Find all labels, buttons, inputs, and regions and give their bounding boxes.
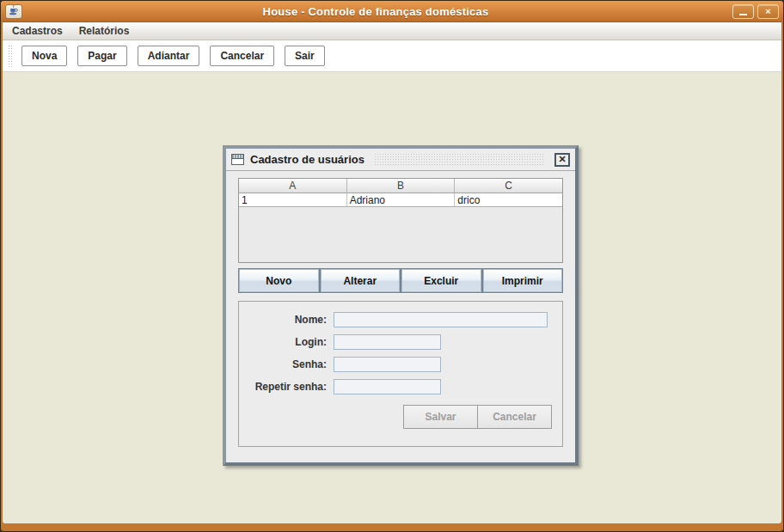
minimize-button[interactable]	[732, 4, 754, 19]
application-window: House - Controle de finanças domésticas …	[0, 0, 784, 532]
close-button[interactable]: ×	[757, 4, 779, 19]
window-title: House - Controle de finanças domésticas	[22, 5, 729, 18]
toolbar-sair-button[interactable]: Sair	[285, 46, 325, 66]
column-header-b[interactable]: B	[347, 179, 456, 193]
alterar-button[interactable]: Alterar	[321, 269, 401, 292]
toolbar: Nova Pagar Adiantar Cancelar Sair	[3, 40, 781, 72]
users-table-header: A B C	[239, 179, 562, 193]
window-menu-button[interactable]	[5, 4, 22, 19]
user-form-panel: Nome: Login: Senha: Repetir senha: Salva…	[238, 301, 563, 447]
dialog-titlebar[interactable]: Cadastro de usuários ✕	[226, 149, 575, 171]
dialog-close-button[interactable]: ✕	[554, 153, 570, 167]
close-icon: ×	[765, 7, 770, 16]
dialog-content: A B C 1 Adriano drico Novo Alterar Exclu…	[226, 171, 575, 462]
dialog-title: Cadastro de usuários	[250, 153, 364, 166]
menu-bar: Cadastros Relatórios	[3, 21, 781, 40]
menu-cadastros[interactable]: Cadastros	[12, 25, 63, 37]
toolbar-adiantar-button[interactable]: Adiantar	[138, 46, 200, 66]
form-button-bar: Salvar Cancelar	[403, 405, 552, 429]
toolbar-cancelar-button[interactable]: Cancelar	[210, 46, 274, 66]
toolbar-nova-button[interactable]: Nova	[21, 46, 67, 66]
form-row-repetir-senha: Repetir senha:	[239, 379, 552, 394]
imprimir-button[interactable]: Imprimir	[483, 269, 563, 292]
senha-field[interactable]	[334, 357, 441, 372]
cell-nome: Adriano	[347, 193, 456, 206]
column-header-a[interactable]: A	[239, 179, 347, 193]
excluir-button[interactable]: Excluir	[401, 269, 481, 292]
cancelar-button[interactable]: Cancelar	[477, 405, 552, 429]
action-button-bar: Novo Alterar Excluir Imprimir	[238, 268, 563, 293]
cell-login: drico	[455, 193, 562, 206]
cell-id: 1	[239, 193, 347, 206]
form-row-senha: Senha:	[239, 357, 552, 372]
nome-field[interactable]	[334, 312, 548, 327]
nome-label: Nome:	[239, 314, 327, 326]
toolbar-drag-handle[interactable]	[8, 45, 14, 67]
java-coffee-icon	[9, 3, 19, 19]
users-table: A B C 1 Adriano drico	[238, 178, 563, 263]
form-row-login: Login:	[239, 334, 552, 350]
login-label: Login:	[239, 336, 327, 348]
cadastro-usuarios-dialog: Cadastro de usuários ✕ A B C 1 Adriano d…	[223, 145, 579, 466]
minimize-icon	[739, 14, 747, 15]
repetir-senha-label: Repetir senha:	[239, 381, 327, 393]
repetir-senha-field[interactable]	[334, 379, 441, 394]
table-row[interactable]: 1 Adriano drico	[239, 193, 562, 207]
dialog-frame-icon	[231, 154, 244, 165]
salvar-button[interactable]: Salvar	[403, 405, 478, 429]
login-field[interactable]	[334, 334, 441, 350]
form-row-nome: Nome:	[239, 312, 552, 327]
senha-label: Senha:	[239, 358, 327, 370]
menu-relatorios[interactable]: Relatórios	[79, 25, 130, 37]
dialog-titlebar-texture	[374, 153, 545, 166]
novo-button[interactable]: Novo	[239, 269, 319, 292]
column-header-c[interactable]: C	[455, 179, 562, 193]
toolbar-pagar-button[interactable]: Pagar	[77, 46, 126, 66]
window-titlebar[interactable]: House - Controle de finanças domésticas …	[1, 1, 783, 21]
